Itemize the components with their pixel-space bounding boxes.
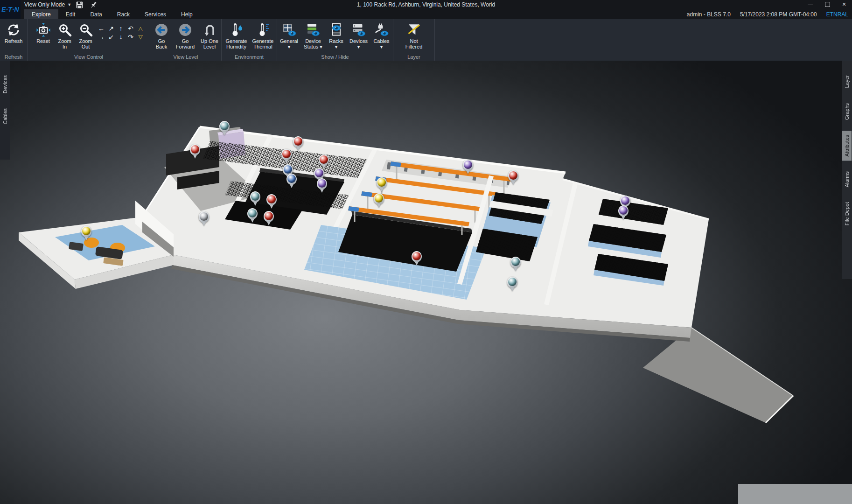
show-cables-button[interactable]: Cables▾ — [370, 21, 392, 49]
sidebar-tab-attributes[interactable]: Attributes — [842, 131, 852, 161]
status-pin-red[interactable] — [266, 194, 277, 209]
status-pin-red[interactable] — [281, 149, 292, 164]
maximize-button[interactable] — [822, 0, 832, 8]
menu-tab-edit[interactable]: Edit — [58, 9, 83, 19]
pin-sphere — [318, 179, 326, 188]
status-pin-red[interactable] — [508, 170, 518, 185]
application-window: View Only Mode ▼ 1, 100 Rack Rd, Ashburn… — [0, 0, 852, 504]
status-pin-teal[interactable] — [250, 191, 260, 206]
rotate-up-right-icon[interactable]: ↗ — [106, 24, 116, 33]
orbit-left-icon[interactable]: ↶ — [126, 24, 136, 33]
pin-tail — [510, 287, 514, 291]
pin-tail — [380, 188, 384, 192]
pan-up-icon[interactable]: ↑ — [116, 24, 126, 33]
menu-tab-help[interactable]: Help — [174, 9, 200, 19]
humidity-thermometer-icon — [229, 22, 244, 37]
not-filtered-button[interactable]: NotFiltered — [399, 21, 429, 49]
sidebar-tab-layer[interactable]: Layer — [842, 71, 852, 92]
status-pin-blue[interactable] — [286, 174, 297, 189]
menu-tab-explore[interactable]: Explore — [24, 9, 58, 19]
status-pin-purple[interactable] — [618, 205, 629, 220]
status-area: admin - BLSS 7.0 5/17/2023 2:08 PM GMT-0… — [687, 9, 852, 19]
button-label: Forward — [176, 44, 195, 49]
generate-thermal-button[interactable]: GenerateThermal — [250, 21, 276, 49]
pin-tail — [296, 147, 300, 151]
pin-tail — [320, 189, 324, 193]
status-pin-teal[interactable] — [247, 208, 258, 223]
go-back-button[interactable]: GoBack — [150, 21, 173, 49]
show-general-button[interactable]: General▾ — [278, 21, 300, 49]
status-pin-purple[interactable] — [317, 178, 327, 193]
status-pin-yellow[interactable] — [377, 177, 387, 192]
thermal-thermometer-icon — [256, 22, 271, 37]
sidebar-tab-devices[interactable]: Devices — [0, 71, 10, 98]
window-controls: — ✕ — [805, 0, 849, 8]
ribbon-group-layer: NotFiltered Layer — [393, 19, 435, 61]
logged-in-user: admin - BLSS 7.0 — [687, 11, 731, 18]
rotate-down-left-icon[interactable]: ↙ — [106, 33, 116, 41]
status-pin-teal[interactable] — [219, 121, 230, 136]
menu-tab-services[interactable]: Services — [137, 9, 174, 19]
sidebar-tab-cables[interactable]: Cables — [0, 104, 10, 128]
pin-sphere — [282, 150, 291, 158]
reset-camera-icon — [36, 22, 51, 37]
rack-eye-icon — [329, 22, 344, 37]
pin-sphere — [191, 145, 199, 154]
menu-tab-data[interactable]: Data — [83, 9, 109, 19]
go-forward-button[interactable]: GoForward — [173, 21, 198, 49]
current-datetime: 5/17/2023 2:08 PM GMT-04:00 — [740, 11, 817, 18]
ribbon-group-view-level: GoBack GoForward Up OneLevel View Level — [150, 19, 222, 61]
dropdown-caret: ▾ — [280, 44, 298, 49]
ribbon-group-caption: View Level — [150, 54, 221, 60]
pin-sphere — [509, 171, 517, 180]
3d-floorplan-viewport[interactable]: Devices Cables Layer Graphs Attributes A… — [0, 61, 852, 504]
sidebar-tab-file-depot[interactable]: File Depot — [842, 198, 852, 230]
minimize-button[interactable]: — — [805, 0, 816, 8]
ribbon-group-caption: Refresh — [0, 54, 27, 60]
up-one-level-button[interactable]: Up OneLevel — [198, 21, 221, 49]
sidebar-tab-graphs[interactable]: Graphs — [842, 99, 852, 124]
generate-humidity-button[interactable]: GenerateHumidity — [223, 21, 250, 49]
tilt-up-icon[interactable]: △ — [136, 24, 146, 33]
menu-bar: Explore Edit Data Rack Services Help adm… — [0, 9, 852, 19]
button-label: In — [58, 44, 71, 49]
title-bar: View Only Mode ▼ 1, 100 Rack Rd, Ashburn… — [0, 0, 852, 9]
orbit-right-icon[interactable]: ↷ — [126, 33, 136, 41]
pan-down-icon[interactable]: ↓ — [116, 33, 126, 41]
refresh-button[interactable]: Refresh — [0, 21, 27, 44]
status-pin-red[interactable] — [293, 136, 303, 151]
show-devices-button[interactable]: Devices▾ — [347, 21, 370, 49]
button-label: Devices — [349, 38, 368, 44]
pan-rotate-arrow-pad[interactable]: ← ↗ ↑ ↶ △ → ↙ ↓ ↷ ▽ — [97, 24, 146, 41]
status-pin-teal[interactable] — [507, 277, 517, 292]
general-grid-eye-icon — [282, 22, 297, 37]
pan-left-icon[interactable]: ← — [97, 24, 106, 33]
zoom-out-button[interactable]: ZoomOut — [75, 21, 97, 49]
reset-button[interactable]: Reset — [32, 21, 55, 44]
status-pin-red[interactable] — [190, 144, 200, 159]
ribbon-group-caption: View Control — [28, 54, 150, 60]
status-pin-purple[interactable] — [463, 160, 473, 175]
status-pin-red[interactable] — [264, 211, 274, 226]
status-pin-yellow[interactable] — [81, 226, 91, 241]
status-pin-yellow[interactable] — [374, 193, 384, 208]
sidebar-tab-alarms[interactable]: Alarms — [842, 167, 852, 191]
button-label: Not — [405, 38, 423, 44]
button-label: Humidity — [226, 44, 247, 49]
close-button[interactable]: ✕ — [839, 0, 849, 8]
show-racks-button[interactable]: Racks▾ — [326, 21, 347, 49]
status-pin-red[interactable] — [319, 154, 329, 169]
building-graphic — [0, 61, 852, 504]
show-device-status-button[interactable]: DeviceStatus ▾ — [300, 21, 326, 49]
ribbon-group-environment: GenerateHumidity GenerateThermal Environ… — [222, 19, 277, 61]
status-pin-gray[interactable] — [199, 211, 209, 226]
status-pin-teal[interactable] — [510, 257, 521, 272]
zoom-in-button[interactable]: ZoomIn — [55, 21, 75, 49]
collapsed-corner-panel[interactable] — [738, 484, 852, 504]
tilt-down-icon[interactable]: ▽ — [136, 33, 146, 41]
menu-tab-rack[interactable]: Rack — [110, 9, 137, 19]
pan-right-icon[interactable]: → — [97, 33, 106, 41]
status-pin-red[interactable] — [412, 251, 422, 266]
button-label: Thermal — [252, 44, 274, 49]
datacenter-3d-scene[interactable] — [0, 61, 852, 504]
